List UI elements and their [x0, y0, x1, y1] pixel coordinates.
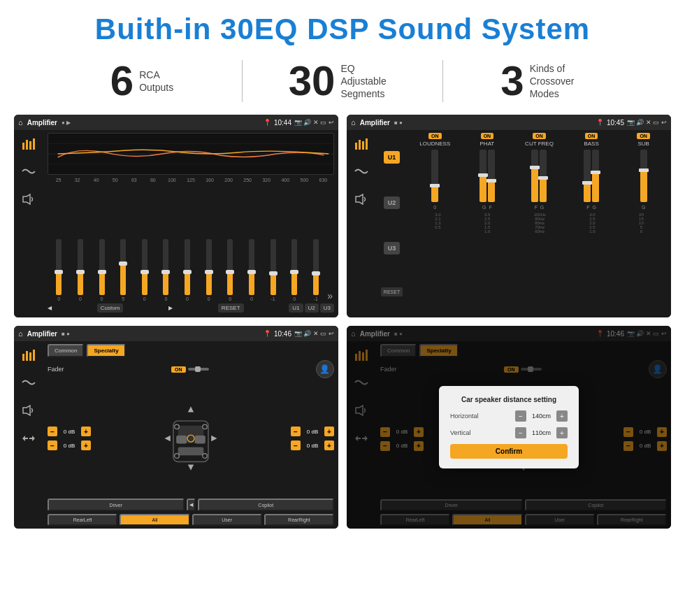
slider-9[interactable]: 0 — [220, 239, 240, 301]
slider-11[interactable]: -1 — [263, 239, 283, 301]
fader-sidebar-speaker[interactable] — [19, 403, 38, 418]
eq-prev[interactable]: ◀ — [48, 305, 52, 311]
svg-rect-22 — [176, 436, 187, 444]
crossover-reset[interactable]: RESET — [381, 287, 403, 296]
horizontal-minus[interactable]: − — [515, 410, 526, 422]
eq-next[interactable]: ▶ — [168, 305, 173, 311]
tab-specialty[interactable]: Specialty — [87, 344, 125, 357]
rear-left-plus[interactable]: + — [81, 440, 91, 450]
svg-rect-0 — [22, 143, 24, 150]
fader-main: Common Specialty Fader ON 👤 — [43, 341, 338, 529]
fader-sidebar-eq[interactable] — [19, 347, 38, 362]
svg-point-33 — [203, 454, 208, 459]
svg-rect-11 — [366, 138, 368, 150]
slider-6[interactable]: 0 — [156, 239, 176, 301]
home-icon-2[interactable]: ⌂ — [351, 118, 356, 127]
eq-status-bar: ⌂ Amplifier ● ▶ 📍 10:44 📷 🔊 ✕ ▭ ↩ — [14, 115, 338, 130]
all-btn[interactable]: All — [120, 514, 189, 526]
slider-2[interactable]: 0 — [71, 239, 91, 301]
fader-on-toggle[interactable]: ON — [171, 366, 186, 373]
slider-13[interactable]: -1 — [306, 239, 326, 301]
channel-bass: ON BASS F G — [567, 133, 616, 210]
front-right-minus[interactable]: − — [291, 427, 301, 436]
crossover-sidebar-eq[interactable] — [352, 136, 371, 151]
eq-freq-labels: 25 32 40 50 63 80 100 125 160 200 250 32… — [48, 178, 334, 182]
fader-icons: 📷 🔊 ✕ ▭ ↩ — [294, 330, 334, 337]
svg-rect-1 — [26, 140, 28, 150]
confirm-button[interactable]: Confirm — [450, 444, 568, 459]
svg-rect-24 — [178, 447, 204, 456]
slider-7[interactable]: 0 — [178, 239, 198, 301]
fader-sidebar-arrows[interactable] — [19, 431, 38, 446]
slider-8[interactable]: 0 — [199, 239, 219, 301]
eq-sidebar-wave[interactable] — [19, 164, 38, 179]
slider-5[interactable]: 0 — [135, 239, 155, 301]
slider-10[interactable]: 0 — [242, 239, 262, 301]
rearright-btn[interactable]: RearRight — [264, 514, 334, 526]
eq-sidebar-eq[interactable] — [19, 136, 38, 151]
dialog-vertical-label: Vertical — [450, 429, 471, 436]
distance-dialog: Car speaker distance setting Horizontal … — [439, 386, 579, 468]
front-right-plus[interactable]: + — [324, 427, 334, 436]
vertical-plus[interactable]: + — [556, 427, 568, 438]
channel-cutfreq: ON CUT FREQ F G — [514, 133, 564, 210]
copilot-btn[interactable]: Copilot — [198, 499, 335, 511]
rear-left-minus[interactable]: − — [48, 440, 57, 450]
eq-u3-btn[interactable]: U3 — [320, 303, 334, 313]
stat-rca: 6 RCA Outputs — [42, 60, 242, 102]
rear-left-db: − 0 dB + — [48, 440, 91, 450]
slider-12[interactable]: 0 — [284, 239, 305, 301]
page-header: Buith-in 30EQ DSP Sound System 6 RCA Out… — [0, 0, 685, 112]
home-icon-3[interactable]: ⌂ — [18, 329, 23, 338]
driver-btn[interactable]: Driver — [48, 499, 185, 511]
slider-1[interactable]: 0 — [49, 239, 69, 301]
crossover-app-title: Amplifier — [360, 119, 390, 127]
channel-sub: ON SUB G — [619, 133, 668, 210]
screenshot-distance: ⌂ Amplifier ■ ● 📍 10:46 📷 🔊 ✕ ▭ ↩ — [347, 326, 671, 529]
front-left-plus[interactable]: + — [81, 427, 91, 436]
crossover-sidebar-wave[interactable] — [352, 164, 371, 179]
horizontal-plus[interactable]: + — [556, 410, 568, 422]
eq-u2-btn[interactable]: U2 — [305, 303, 319, 313]
eq-sidebar-speaker[interactable] — [19, 192, 38, 207]
svg-rect-19 — [195, 366, 201, 372]
nav-left-btn[interactable]: ◀ — [187, 499, 196, 511]
stats-row: 6 RCA Outputs 30 EQ Adjustable Segments … — [0, 53, 685, 112]
rearleft-btn[interactable]: RearLeft — [48, 514, 117, 526]
tab-common[interactable]: Common — [48, 344, 84, 357]
vertical-minus[interactable]: − — [515, 427, 526, 438]
crossover-sidebar-speaker[interactable] — [352, 192, 371, 207]
front-right-db: − 0 dB + — [291, 427, 334, 436]
eq-preset-custom[interactable]: Custom — [97, 303, 124, 313]
u1-btn[interactable]: U1 — [384, 151, 401, 164]
crossover-time: 10:45 — [607, 119, 624, 127]
slider-4[interactable]: 5 — [113, 239, 134, 301]
fader-sidebar-wave[interactable] — [19, 375, 38, 390]
svg-marker-27 — [188, 465, 194, 471]
stat-rca-desc1: RCA — [139, 69, 173, 81]
stat-rca-number: 6 — [110, 60, 134, 102]
user-btn[interactable]: User — [192, 514, 262, 526]
eq-u1-btn[interactable]: U1 — [289, 303, 303, 313]
dialog-horizontal-label: Horizontal — [450, 413, 479, 420]
u2-btn[interactable]: U2 — [384, 196, 401, 209]
rear-right-minus[interactable]: − — [291, 440, 301, 450]
person-icon: 👤 — [319, 364, 330, 374]
slider-3[interactable]: 0 — [92, 239, 112, 301]
expand-icon[interactable]: » — [327, 290, 333, 301]
u3-btn[interactable]: U3 — [384, 242, 401, 255]
eq-graph — [48, 133, 334, 175]
home-icon[interactable]: ⌂ — [18, 118, 23, 127]
svg-rect-2 — [29, 141, 31, 150]
svg-rect-10 — [362, 141, 364, 150]
crossover-status-bar: ⌂ Amplifier ■ ● 📍 10:45 📷 🔊 ✕ ▭ ↩ — [347, 115, 671, 130]
eq-reset-btn[interactable]: RESET — [218, 303, 244, 313]
rear-right-plus[interactable]: + — [324, 440, 334, 450]
front-right-value: 0 dB — [303, 429, 322, 435]
horizontal-ctrl: − 140cm + — [515, 410, 568, 422]
stat-rca-desc2: Outputs — [139, 81, 173, 94]
front-left-minus[interactable]: − — [48, 427, 57, 436]
eq-sidebar — [14, 130, 43, 317]
stat-crossover-desc2: Crossover Modes — [530, 75, 586, 100]
screenshot-crossover: ⌂ Amplifier ■ ● 📍 10:45 📷 🔊 ✕ ▭ ↩ — [347, 115, 671, 317]
